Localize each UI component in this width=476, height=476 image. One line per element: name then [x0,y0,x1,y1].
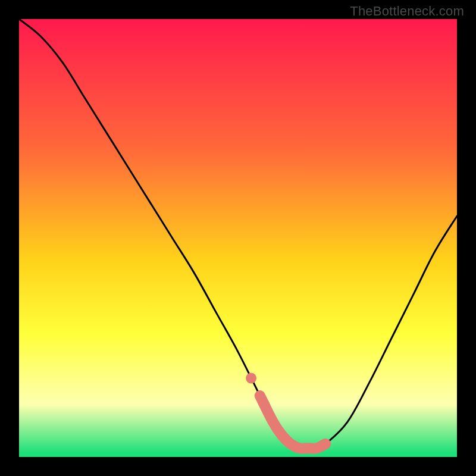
accent-dot-2 [259,399,270,410]
chart-stage: TheBottleneck.com [0,0,476,476]
bottleneck-curve [19,19,457,449]
plot-area [19,19,457,457]
watermark-text: TheBottleneck.com [350,4,464,19]
accent-dot-1 [246,373,256,384]
accent-segment [260,396,325,449]
curve-layer [19,19,457,457]
